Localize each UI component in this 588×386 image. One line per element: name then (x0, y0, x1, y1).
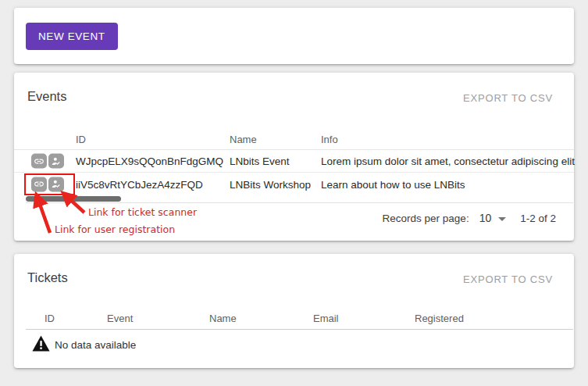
pagination-range: 1-2 of 2 (520, 213, 556, 224)
tickets-card-title: Tickets (27, 270, 68, 285)
person-check-icon (51, 155, 62, 166)
events-col-id: ID (76, 133, 86, 145)
records-per-page-select[interactable]: 10 (479, 212, 507, 224)
records-per-page-value: 10 (479, 212, 492, 224)
events-table-header: ID Name Info (14, 128, 574, 150)
pagination-bar: Records per page: 10 1-2 of 2 (383, 210, 556, 226)
event-name: LNbits Event (230, 155, 290, 167)
ticket-scanner-link-button[interactable] (48, 154, 64, 169)
table-divider (26, 202, 573, 203)
event-info: Lorem ipsum dolor sit amet, consectetur … (321, 155, 575, 167)
user-registration-link-button[interactable] (31, 177, 47, 191)
tickets-col-id: ID (45, 313, 55, 324)
empty-state-message: No data available (55, 339, 136, 351)
page-background: NEW EVENT Events EXPORT TO CSV ID Name I… (0, 0, 588, 386)
empty-state-row: No data available (14, 329, 574, 363)
events-col-info: Info (321, 133, 338, 145)
link-icon (34, 179, 45, 190)
records-per-page-label: Records per page: (383, 213, 469, 224)
tickets-col-event: Event (107, 313, 133, 324)
tickets-export-csv-button[interactable]: EXPORT TO CSV (463, 273, 553, 285)
new-event-button[interactable]: NEW EVENT (26, 23, 118, 50)
tickets-col-email: Email (313, 313, 339, 324)
tickets-card: Tickets EXPORT TO CSV ID Event Name Emai… (14, 254, 574, 368)
events-card-title: Events (27, 89, 66, 104)
event-info: Learn about how to use LNBits (321, 178, 465, 190)
warning-triangle-icon (32, 335, 50, 352)
ticket-scanner-link-button[interactable] (48, 177, 64, 191)
table-row: iiV5c8vRtYCbJezA4zzFQD LNBits Workshop L… (14, 173, 574, 195)
tickets-col-registered: Registered (415, 313, 464, 324)
event-name: LNBits Workshop (230, 178, 311, 190)
event-id: WJpcpELX9sQQonBnFdgGMQ (76, 155, 223, 167)
events-col-name: Name (230, 133, 257, 145)
events-card: Events EXPORT TO CSV ID Name Info WJpcpE… (14, 73, 574, 241)
toolbar-card: NEW EVENT (14, 8, 574, 64)
event-id: iiV5c8vRtYCbJezA4zzFQD (76, 178, 203, 190)
tickets-table-header: ID Event Name Email Registered (14, 307, 574, 329)
caret-down-icon (498, 217, 506, 221)
link-icon (34, 155, 45, 166)
tickets-col-name: Name (209, 313, 237, 324)
user-registration-link-button[interactable] (31, 154, 47, 169)
horizontal-scrollbar[interactable] (26, 196, 121, 202)
person-check-icon (51, 179, 62, 190)
events-export-csv-button[interactable]: EXPORT TO CSV (463, 92, 553, 104)
table-row: WJpcpELX9sQQonBnFdgGMQ LNbits Event Lore… (14, 150, 574, 173)
